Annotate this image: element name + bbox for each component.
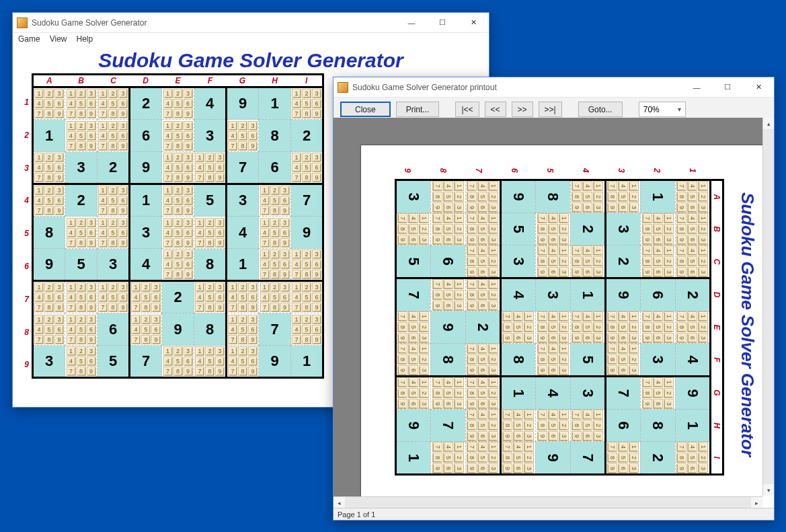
- candidate-button[interactable]: 7: [292, 335, 301, 344]
- candidate-button[interactable]: 7: [260, 270, 270, 279]
- candidate-button[interactable]: 5: [302, 163, 311, 172]
- candidate-button[interactable]: 6: [118, 228, 128, 237]
- candidate-button[interactable]: 9: [118, 109, 128, 118]
- candidate-button[interactable]: 3: [312, 282, 321, 292]
- candidate-button[interactable]: 8: [205, 303, 214, 312]
- candidate-button[interactable]: 2: [173, 250, 183, 259]
- candidate-button[interactable]: 9: [184, 173, 193, 182]
- candidate-button[interactable]: 1: [292, 282, 301, 292]
- minimize-button[interactable]: —: [681, 77, 712, 97]
- candidate-button[interactable]: 9: [248, 141, 258, 151]
- sudoku-cell[interactable]: 123456789: [65, 217, 97, 249]
- candidate-button[interactable]: 2: [44, 89, 54, 98]
- candidate-button[interactable]: 5: [44, 293, 54, 302]
- candidate-button[interactable]: 4: [67, 293, 76, 302]
- preview-area[interactable]: Sudoku Game Solver Generator ABCDEFGHI12…: [333, 118, 774, 508]
- candidate-button[interactable]: 8: [302, 109, 311, 118]
- candidate-button[interactable]: 2: [270, 250, 280, 259]
- candidate-button[interactable]: 2: [77, 282, 86, 292]
- candidate-button[interactable]: 6: [184, 99, 193, 108]
- candidate-button[interactable]: 9: [87, 141, 96, 151]
- candidate-button[interactable]: 6: [215, 228, 225, 237]
- candidate-button[interactable]: 4: [67, 356, 76, 366]
- sudoku-cell[interactable]: 123456789: [65, 281, 97, 313]
- candidate-button[interactable]: 9: [151, 303, 161, 312]
- sudoku-cell[interactable]: 123456789: [162, 152, 194, 184]
- candidate-button[interactable]: 6: [184, 356, 193, 366]
- candidate-button[interactable]: 7: [260, 238, 270, 248]
- candidate-button[interactable]: 1: [260, 218, 270, 227]
- candidate-button[interactable]: 7: [260, 206, 270, 215]
- candidate-button[interactable]: 2: [77, 121, 86, 130]
- candidate-button[interactable]: 2: [141, 315, 151, 324]
- candidate-button[interactable]: 5: [205, 163, 214, 172]
- candidate-button[interactable]: 9: [118, 206, 128, 215]
- candidate-button[interactable]: 2: [44, 153, 54, 162]
- sudoku-cell[interactable]: 7: [259, 313, 291, 346]
- sudoku-cell[interactable]: 8: [259, 120, 291, 152]
- candidate-button[interactable]: 5: [108, 131, 118, 141]
- candidate-button[interactable]: 6: [215, 163, 225, 172]
- close-button[interactable]: ✕: [743, 77, 774, 97]
- candidate-button[interactable]: 3: [87, 346, 96, 356]
- candidate-button[interactable]: 9: [54, 335, 64, 344]
- candidate-button[interactable]: 1: [34, 153, 44, 162]
- candidate-button[interactable]: 7: [195, 173, 204, 182]
- candidate-button[interactable]: 8: [238, 335, 247, 344]
- candidate-button[interactable]: 3: [215, 153, 225, 162]
- candidate-button[interactable]: 4: [163, 99, 173, 108]
- candidate-button[interactable]: 8: [238, 367, 247, 376]
- candidate-button[interactable]: 8: [108, 303, 118, 312]
- sudoku-cell[interactable]: 123456789: [291, 87, 323, 120]
- candidate-button[interactable]: 9: [87, 335, 96, 344]
- candidate-button[interactable]: 5: [77, 293, 86, 302]
- candidate-button[interactable]: 1: [195, 282, 204, 292]
- candidate-button[interactable]: 1: [98, 186, 108, 195]
- candidate-button[interactable]: 8: [270, 270, 280, 279]
- candidate-button[interactable]: 3: [215, 218, 225, 227]
- sudoku-cell[interactable]: 7: [291, 184, 323, 217]
- sudoku-cell[interactable]: 1: [291, 346, 323, 378]
- candidate-button[interactable]: 9: [54, 173, 64, 182]
- sudoku-cell[interactable]: 4: [194, 87, 227, 120]
- candidate-button[interactable]: 9: [118, 141, 128, 151]
- candidate-button[interactable]: 1: [34, 186, 44, 195]
- candidate-button[interactable]: 6: [54, 196, 64, 205]
- sudoku-cell[interactable]: 3: [65, 152, 97, 184]
- candidate-button[interactable]: 3: [151, 315, 161, 324]
- candidate-button[interactable]: 3: [87, 218, 96, 227]
- candidate-button[interactable]: 1: [195, 346, 204, 356]
- sudoku-cell[interactable]: 123456789: [162, 217, 194, 249]
- horizontal-scrollbar[interactable]: ◂ ▸: [333, 496, 762, 508]
- candidate-button[interactable]: 8: [77, 303, 86, 312]
- candidate-button[interactable]: 8: [108, 141, 118, 151]
- candidate-button[interactable]: 3: [280, 282, 290, 292]
- candidate-button[interactable]: 2: [205, 282, 214, 292]
- candidate-button[interactable]: 2: [77, 89, 86, 98]
- candidate-button[interactable]: 2: [302, 282, 311, 292]
- candidate-button[interactable]: 8: [173, 367, 183, 376]
- candidate-button[interactable]: 4: [67, 228, 76, 237]
- candidate-button[interactable]: 4: [67, 99, 76, 108]
- candidate-button[interactable]: 4: [163, 131, 173, 141]
- sudoku-cell[interactable]: 3: [33, 346, 65, 378]
- candidate-button[interactable]: 1: [163, 250, 173, 259]
- close-preview-button[interactable]: Close: [340, 102, 391, 117]
- sudoku-cell[interactable]: 123456789: [33, 87, 65, 120]
- candidate-button[interactable]: 1: [163, 121, 173, 130]
- candidate-button[interactable]: 3: [87, 89, 96, 98]
- candidate-button[interactable]: 8: [173, 141, 183, 151]
- candidate-button[interactable]: 4: [98, 99, 108, 108]
- candidate-button[interactable]: 4: [228, 293, 237, 302]
- sudoku-cell[interactable]: 8: [194, 313, 227, 346]
- candidate-button[interactable]: 1: [34, 282, 44, 292]
- candidate-button[interactable]: 6: [87, 131, 96, 141]
- candidate-button[interactable]: 8: [173, 173, 183, 182]
- candidate-button[interactable]: 7: [67, 303, 76, 312]
- candidate-button[interactable]: 3: [54, 89, 64, 98]
- sudoku-cell[interactable]: 123456789: [65, 313, 97, 346]
- candidate-button[interactable]: 6: [118, 293, 128, 302]
- candidate-button[interactable]: 5: [238, 325, 247, 334]
- candidate-button[interactable]: 2: [205, 218, 214, 227]
- candidate-button[interactable]: 5: [108, 196, 118, 205]
